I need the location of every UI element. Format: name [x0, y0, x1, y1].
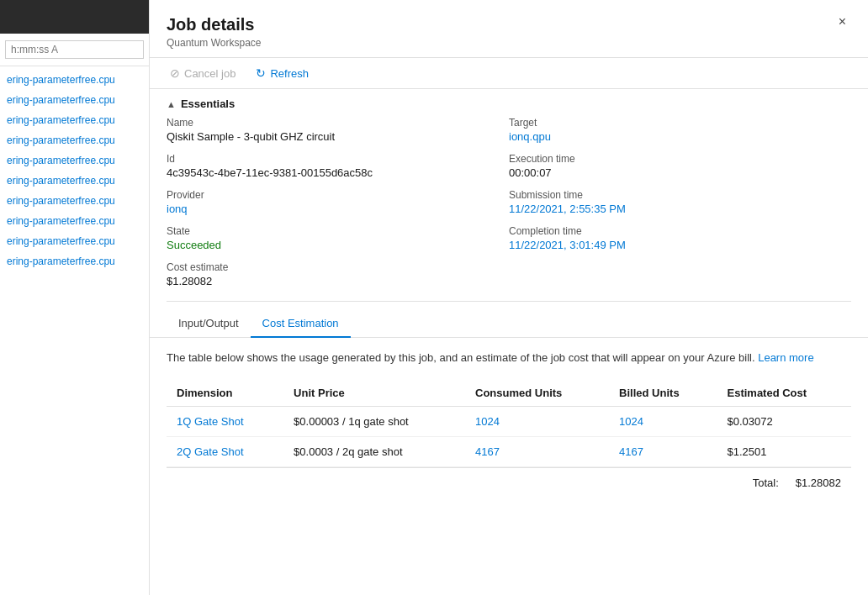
- total-value: $1.28082: [796, 477, 841, 489]
- completion-label: Completion time: [509, 225, 851, 237]
- sidebar: ering-parameterfree.cpu ering-parameterf…: [0, 0, 150, 595]
- provider-label: Provider: [167, 189, 509, 201]
- id-value: 4c39543c-4be7-11ec-9381-00155d6ac58c: [167, 166, 509, 179]
- list-item[interactable]: ering-parameterfree.cpu: [0, 150, 149, 171]
- execution-label: Execution time: [509, 153, 851, 165]
- cost-field: Cost estimate $1.28082: [167, 261, 509, 287]
- state-label: State: [167, 225, 509, 237]
- chevron-up-icon: ▲: [167, 99, 176, 109]
- list-item[interactable]: ering-parameterfree.cpu: [0, 211, 149, 231]
- execution-field: Execution time 00:00:07: [509, 153, 851, 179]
- description-body: The table below shows the usage generate…: [167, 351, 755, 364]
- execution-value: 00:00:07: [509, 166, 851, 179]
- row2-unit-price: $0.0003 / 2q gate shot: [283, 436, 465, 466]
- panel-title: Job details: [167, 13, 262, 35]
- essentials-grid: Name Qiskit Sample - 3-qubit GHZ circuit…: [150, 117, 868, 301]
- tabs: Input/Output Cost Estimation: [150, 310, 868, 338]
- list-item[interactable]: ering-parameterfree.cpu: [0, 191, 149, 211]
- row2-consumed: 4167: [465, 436, 609, 466]
- divider: [167, 301, 851, 302]
- list-item[interactable]: ering-parameterfree.cpu: [0, 171, 149, 191]
- description-text: The table below shows the usage generate…: [167, 350, 851, 366]
- row2-dimension[interactable]: 2Q Gate Shot: [167, 436, 283, 466]
- cost-table: Dimension Unit Price Consumed Units Bill…: [167, 380, 851, 467]
- completion-field: Completion time 11/22/2021, 3:01:49 PM: [509, 225, 851, 251]
- submission-field: Submission time 11/22/2021, 2:55:35 PM: [509, 189, 851, 215]
- provider-value[interactable]: ionq: [167, 203, 509, 215]
- tab-content: The table below shows the usage generate…: [150, 338, 868, 595]
- provider-field: Provider ionq: [167, 189, 509, 215]
- row2-cost: $1.2501: [717, 436, 851, 466]
- main-panel: Job details Quantum Workspace × ⊘ Cancel…: [150, 0, 868, 595]
- refresh-icon: ↻: [256, 66, 266, 80]
- completion-value: 11/22/2021, 3:01:49 PM: [509, 239, 851, 251]
- state-value: Succeeded: [167, 239, 509, 251]
- panel-title-group: Job details Quantum Workspace: [167, 13, 262, 49]
- list-item[interactable]: ering-parameterfree.cpu: [0, 251, 149, 271]
- row2-billed: 4167: [609, 436, 717, 466]
- total-label: Total:: [753, 477, 779, 489]
- list-item[interactable]: ering-parameterfree.cpu: [0, 70, 149, 90]
- target-value[interactable]: ionq.qpu: [509, 130, 851, 143]
- row1-unit-price: $0.00003 / 1q gate shot: [283, 406, 465, 436]
- table-header-row: Dimension Unit Price Consumed Units Bill…: [167, 380, 851, 407]
- close-button[interactable]: ×: [834, 13, 851, 30]
- list-item[interactable]: ering-parameterfree.cpu: [0, 90, 149, 110]
- col-estimated-cost: Estimated Cost: [717, 380, 851, 407]
- name-label: Name: [167, 117, 509, 129]
- row1-billed: 1024: [609, 406, 717, 436]
- cost-label: Cost estimate: [167, 261, 509, 273]
- id-field: Id 4c39543c-4be7-11ec-9381-00155d6ac58c: [167, 153, 509, 179]
- col-dimension: Dimension: [167, 380, 283, 407]
- name-field: Name Qiskit Sample - 3-qubit GHZ circuit: [167, 117, 509, 143]
- table-row: 1Q Gate Shot $0.00003 / 1q gate shot 102…: [167, 406, 851, 436]
- target-label: Target: [509, 117, 851, 129]
- cancel-icon: ⊘: [170, 66, 180, 80]
- name-value: Qiskit Sample - 3-qubit GHZ circuit: [167, 130, 509, 143]
- col-unit-price: Unit Price: [283, 380, 465, 407]
- table-row: 2Q Gate Shot $0.0003 / 2q gate shot 4167…: [167, 436, 851, 466]
- list-item[interactable]: ering-parameterfree.cpu: [0, 130, 149, 150]
- panel-header: Job details Quantum Workspace ×: [150, 0, 868, 58]
- cost-value: $1.28082: [167, 275, 509, 287]
- id-label: Id: [167, 153, 509, 165]
- learn-more-link[interactable]: Learn more: [758, 351, 813, 364]
- total-row: Total: $1.28082: [167, 467, 851, 498]
- cancel-job-button[interactable]: ⊘ Cancel job: [167, 65, 239, 82]
- table-head: Dimension Unit Price Consumed Units Bill…: [167, 380, 851, 407]
- row1-dimension[interactable]: 1Q Gate Shot: [167, 406, 283, 436]
- cancel-label: Cancel job: [184, 67, 236, 80]
- sidebar-input-area: [0, 34, 149, 66]
- list-item[interactable]: ering-parameterfree.cpu: [0, 110, 149, 130]
- essentials-label: Essentials: [181, 97, 235, 110]
- time-input[interactable]: [5, 40, 144, 59]
- sidebar-list: ering-parameterfree.cpu ering-parameterf…: [0, 66, 149, 275]
- state-field: State Succeeded: [167, 225, 509, 251]
- essentials-right: Target ionq.qpu Execution time 00:00:07 …: [509, 117, 851, 287]
- list-item[interactable]: ering-parameterfree.cpu: [0, 231, 149, 251]
- panel-subtitle: Quantum Workspace: [167, 37, 262, 49]
- toolbar: ⊘ Cancel job ↻ Refresh: [150, 58, 868, 89]
- refresh-label: Refresh: [270, 67, 309, 80]
- row1-cost: $0.03072: [717, 406, 851, 436]
- table-body: 1Q Gate Shot $0.00003 / 1q gate shot 102…: [167, 406, 851, 466]
- tab-cost-estimation[interactable]: Cost Estimation: [251, 310, 351, 338]
- tab-input-output[interactable]: Input/Output: [167, 310, 251, 338]
- col-billed-units: Billed Units: [609, 380, 717, 407]
- essentials-header[interactable]: ▲ Essentials: [150, 89, 868, 117]
- row1-consumed: 1024: [465, 406, 609, 436]
- sidebar-top-bar: [0, 0, 149, 34]
- submission-value: 11/22/2021, 2:55:35 PM: [509, 203, 851, 215]
- refresh-button[interactable]: ↻ Refresh: [252, 65, 312, 82]
- essentials-left: Name Qiskit Sample - 3-qubit GHZ circuit…: [167, 117, 509, 287]
- target-field: Target ionq.qpu: [509, 117, 851, 143]
- submission-label: Submission time: [509, 189, 851, 201]
- col-consumed-units: Consumed Units: [465, 380, 609, 407]
